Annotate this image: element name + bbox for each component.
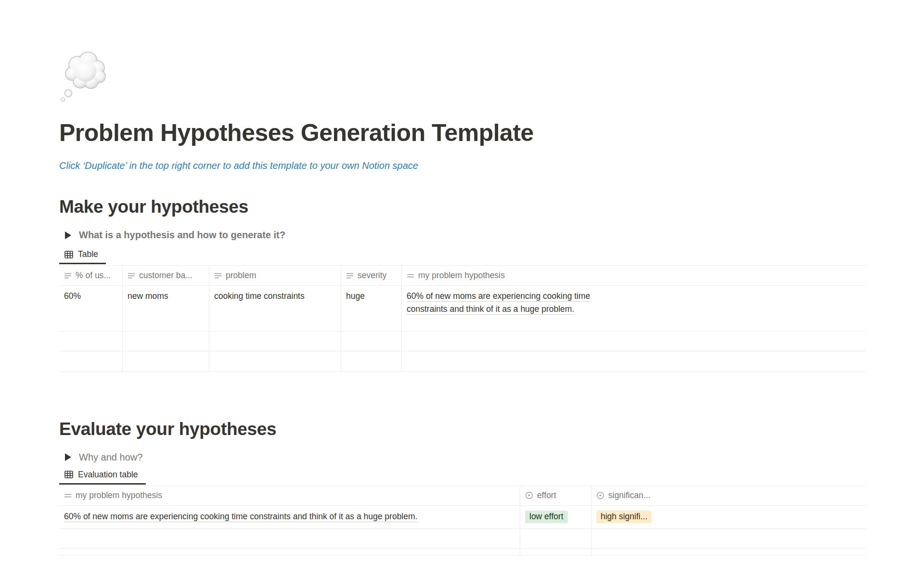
empty-cell[interactable] (591, 549, 663, 555)
empty-cell[interactable] (402, 332, 604, 351)
row-filler (604, 351, 866, 372)
empty-cell[interactable] (123, 351, 209, 372)
empty-cell[interactable] (402, 351, 604, 372)
column-header-severity[interactable]: severity (341, 266, 402, 285)
table-row-empty (59, 529, 866, 549)
view-tab-bar-2: Evaluation table (59, 470, 866, 485)
column-header-significance[interactable]: significan... (591, 486, 663, 505)
cell-hypothesis-title[interactable]: 60% of new moms are experiencing cooking… (59, 506, 520, 528)
row-filler (663, 549, 866, 555)
tab-evaluation-table-label: Evaluation table (78, 470, 138, 480)
empty-cell[interactable] (59, 332, 123, 351)
text-property-icon (214, 272, 222, 280)
cell-problem[interactable]: cooking time constraints (209, 286, 341, 331)
row-filler (604, 286, 866, 331)
select-property-icon (525, 491, 533, 500)
tab-evaluation-table[interactable]: Evaluation table (59, 470, 146, 485)
title-property-icon (407, 272, 414, 280)
toggle-label[interactable]: Why and how? (79, 452, 142, 463)
column-header-my-problem-hypothesis[interactable]: my problem hypothesis (59, 486, 520, 505)
toggle-triangle-icon[interactable] (65, 231, 71, 239)
table-row: 60% new moms cooking time constraints hu… (59, 286, 866, 332)
page-content: Problem Hypotheses Generation Template C… (59, 49, 866, 556)
empty-cell[interactable] (209, 351, 341, 372)
add-column-area[interactable] (604, 266, 866, 285)
cell-effort[interactable]: low effort (520, 506, 591, 528)
select-property-icon (596, 491, 604, 500)
table-row: 60% of new moms are experiencing cooking… (59, 506, 866, 529)
empty-cell[interactable] (123, 332, 209, 351)
empty-cell[interactable] (59, 529, 520, 548)
column-header-customer-base[interactable]: customer ba... (123, 266, 209, 285)
tab-table-label: Table (78, 249, 98, 259)
row-filler (663, 529, 866, 548)
text-property-icon (128, 272, 135, 280)
cell-hypothesis-title[interactable]: 60% of new moms are experiencing cooking… (402, 286, 604, 331)
table-row-empty (59, 351, 866, 372)
empty-cell[interactable] (520, 529, 591, 548)
empty-cell[interactable] (59, 351, 123, 372)
row-filler (604, 332, 866, 351)
evaluation-table: my problem hypothesis effort significan.… (59, 486, 866, 556)
cell-customer-base[interactable]: new moms (123, 286, 209, 331)
page-title: Problem Hypotheses Generation Template (59, 118, 866, 147)
tab-table[interactable]: Table (59, 249, 106, 264)
table-view-icon (64, 470, 74, 479)
cell-severity[interactable]: huge (341, 286, 402, 331)
empty-cell[interactable] (520, 549, 591, 555)
table-header-row: my problem hypothesis effort significan.… (59, 486, 866, 506)
text-property-icon (346, 272, 354, 280)
table-row-empty (59, 332, 866, 351)
empty-cell[interactable] (341, 351, 402, 372)
page-icon[interactable] (59, 49, 866, 105)
title-property-icon (64, 492, 72, 500)
cell-significance[interactable]: high signifi... (591, 506, 663, 528)
section-heading-make-hypotheses: Make your hypotheses (59, 196, 866, 218)
toggle-triangle-icon[interactable] (65, 453, 71, 461)
empty-cell[interactable] (341, 332, 402, 351)
add-column-area[interactable] (663, 486, 866, 505)
toggle-label[interactable]: What is a hypothesis and how to generate… (79, 230, 285, 241)
view-tab-bar-1: Table (59, 249, 866, 264)
empty-cell[interactable] (209, 332, 341, 351)
duplicate-hint-text: Click ‘Duplicate’ in the top right corne… (59, 160, 866, 172)
column-header-percent-of-users[interactable]: % of us... (59, 266, 123, 285)
text-property-icon (64, 272, 72, 280)
toggle-why-and-how[interactable]: Why and how? (59, 452, 866, 463)
thought-balloon-icon (59, 98, 113, 106)
hypotheses-table: % of us... customer ba... problem severi… (59, 265, 866, 372)
column-header-problem[interactable]: problem (209, 266, 341, 285)
table-row-partial (59, 549, 866, 556)
effort-badge[interactable]: low effort (525, 511, 568, 524)
table-header-row: % of us... customer ba... problem severi… (59, 266, 866, 286)
table-view-icon (64, 250, 74, 259)
significance-badge[interactable]: high signifi... (596, 511, 652, 524)
column-header-my-problem-hypothesis[interactable]: my problem hypothesis (402, 266, 604, 285)
toggle-what-is-a-hypothesis[interactable]: What is a hypothesis and how to generate… (59, 230, 866, 241)
column-header-effort[interactable]: effort (520, 486, 591, 505)
empty-cell[interactable] (59, 549, 520, 555)
section-heading-evaluate-hypotheses: Evaluate your hypotheses (59, 418, 866, 440)
empty-cell[interactable] (591, 529, 663, 548)
cell-percent-of-users[interactable]: 60% (59, 286, 123, 331)
